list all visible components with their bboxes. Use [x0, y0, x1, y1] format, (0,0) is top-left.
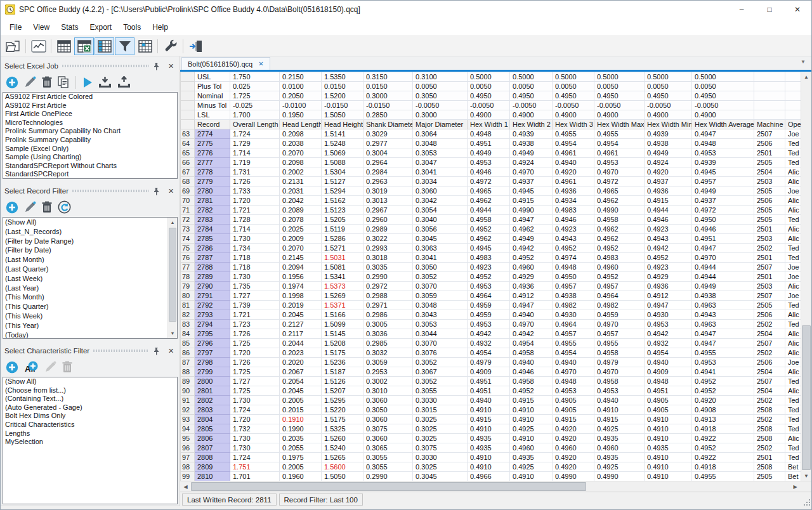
table-cell[interactable]: 0.3060	[363, 415, 413, 424]
spec-value-cell[interactable]: 0.4900	[645, 110, 692, 120]
row-number[interactable]: 68	[181, 177, 195, 186]
scroll-up-icon[interactable]: ▲	[801, 72, 811, 82]
spec-value-cell[interactable]: 0.4950	[692, 91, 754, 101]
table-cell[interactable]: 0.2989	[363, 225, 413, 234]
row-number[interactable]: 70	[181, 196, 195, 206]
table-cell[interactable]: 0.4970	[510, 320, 553, 329]
table-cell[interactable]: 0.4947	[692, 339, 754, 348]
excel-job-item[interactable]: First Article OnePiece	[3, 110, 177, 119]
row-number[interactable]: 90	[181, 386, 195, 396]
table-cell[interactable]: 0.2044	[280, 339, 322, 348]
table-cell[interactable]: 0.2005	[280, 462, 322, 472]
table-cell[interactable]: 1.5294	[322, 186, 363, 196]
table-cell[interactable]: 0.3060	[363, 396, 413, 405]
table-cell[interactable]: 0.4920	[553, 462, 594, 472]
table-cell[interactable]: 2506	[754, 310, 785, 320]
table-cell[interactable]: 0.3015	[413, 405, 468, 415]
table-cell[interactable]: 0.4952	[645, 253, 692, 263]
row-number[interactable]: 64	[181, 139, 195, 148]
table-cell[interactable]: 0.4961	[553, 177, 594, 186]
record-cell[interactable]: 2801	[195, 386, 230, 396]
table-cell[interactable]: 0.2098	[280, 129, 322, 139]
spec-value-cell[interactable]: 0.3000	[363, 91, 413, 101]
row-number[interactable]: 63	[181, 129, 195, 139]
table-cell[interactable]: 0.3055	[363, 462, 413, 472]
row-number[interactable]: 74	[181, 234, 195, 244]
table-cell[interactable]: 0.4910	[594, 405, 645, 415]
table-cell[interactable]: 1.721	[230, 310, 280, 320]
column-header[interactable]: Hex Width Max	[594, 120, 645, 129]
table-cell[interactable]: 0.4912	[510, 291, 553, 301]
table-cell[interactable]: 0.2131	[280, 177, 322, 186]
table-cell[interactable]: 0.3050	[363, 405, 413, 415]
table-cell[interactable]: 2502	[754, 415, 785, 424]
record-cell[interactable]: 2789	[195, 272, 230, 282]
edit-filter-button[interactable]	[24, 201, 36, 213]
table-cell[interactable]: 0.4940	[468, 396, 510, 405]
table-cell[interactable]: 0.3052	[413, 272, 468, 282]
spec-value-cell[interactable]: 1.750	[230, 72, 280, 82]
table-cell[interactable]: 0.2019	[280, 301, 322, 310]
table-cell[interactable]: 0.4937	[645, 177, 692, 186]
row-number[interactable]: 80	[181, 291, 195, 301]
table-cell[interactable]: 0.2990	[363, 472, 413, 481]
spec-value-cell[interactable]: 0.0050	[692, 82, 754, 91]
spec-value-cell[interactable]	[754, 72, 785, 82]
table-cell[interactable]: 0.4923	[645, 263, 692, 272]
table-cell[interactable]: 0.3035	[363, 263, 413, 272]
table-cell[interactable]: 0.2009	[280, 234, 322, 244]
table-cell[interactable]: 0.4953	[692, 358, 754, 367]
table-cell[interactable]: 0.4935	[468, 434, 510, 443]
table-cell[interactable]: 0.3060	[413, 186, 468, 196]
table-cell[interactable]: 0.4930	[645, 310, 692, 320]
table-cell[interactable]: 0.3042	[413, 196, 468, 206]
table-cell[interactable]: 0.4942	[645, 329, 692, 339]
row-number[interactable]: 77	[181, 263, 195, 272]
table-cell[interactable]: 0.4944	[692, 272, 754, 282]
spec-value-cell[interactable]: -0.025	[230, 101, 280, 110]
table-cell[interactable]: 0.3050	[413, 263, 468, 272]
row-number[interactable]: 94	[181, 424, 195, 434]
table-cell[interactable]: 0.2005	[280, 396, 322, 405]
column-header[interactable]: Head Length	[280, 120, 322, 129]
spec-value-cell[interactable]: 0.3000	[413, 110, 468, 120]
table-cell[interactable]: 0.2002	[280, 167, 322, 177]
spec-label[interactable]: Plus Tol	[195, 82, 230, 91]
table-cell[interactable]: 0.4951	[468, 386, 510, 396]
spec-value-cell[interactable]: -0.0050	[413, 101, 468, 110]
record-filter-item[interactable]: (Last Week)	[3, 274, 167, 284]
table-cell[interactable]: 0.3045	[413, 234, 468, 244]
table-cell[interactable]: 0.4942	[468, 329, 510, 339]
table-cell[interactable]: 0.4952	[692, 443, 754, 453]
table-cell[interactable]: 0.3005	[363, 320, 413, 329]
table-cell[interactable]: 1.714	[230, 148, 280, 158]
table-cell[interactable]: 0.4918	[692, 462, 754, 472]
record-cell[interactable]: 2779	[195, 177, 230, 186]
table-cell[interactable]: 2502	[754, 320, 785, 329]
table-cell[interactable]: 0.4952	[510, 386, 553, 396]
table-cell[interactable]: 0.3063	[413, 244, 468, 253]
spec-value-cell[interactable]: -0.0100	[280, 101, 322, 110]
table-cell[interactable]: 0.4920	[645, 167, 692, 177]
table-cell[interactable]: 1.727	[230, 377, 280, 386]
table-cell[interactable]: 0.4955	[553, 339, 594, 348]
copy-job-button[interactable]	[58, 76, 69, 88]
table-cell[interactable]: 0.4935	[645, 443, 692, 453]
row-number[interactable]: 86	[181, 348, 195, 358]
row-number[interactable]: 96	[181, 443, 195, 453]
spec-value-cell[interactable]: 1.5050	[322, 110, 363, 120]
edit-job-button[interactable]	[24, 76, 36, 88]
table-cell[interactable]: 0.4922	[692, 434, 754, 443]
table-cell[interactable]: 0.4970	[553, 367, 594, 377]
table-cell[interactable]: 0.4972	[468, 177, 510, 186]
table-cell[interactable]: 0.4951	[468, 139, 510, 148]
table-cell[interactable]: 1.5175	[322, 415, 363, 424]
table-cell[interactable]: 0.2985	[363, 339, 413, 348]
spec-value-cell[interactable]: 0.025	[230, 82, 280, 91]
table-cell[interactable]: 1.5271	[322, 244, 363, 253]
characteristic-filter-item[interactable]: (Choose from list...)	[3, 386, 177, 395]
excel-job-item[interactable]: Prolink Summary Capability No Chart	[3, 127, 177, 136]
table-cell[interactable]: 0.2963	[363, 177, 413, 186]
menu-item[interactable]: Stats	[55, 18, 84, 36]
table-cell[interactable]: 0.4953	[692, 148, 754, 158]
